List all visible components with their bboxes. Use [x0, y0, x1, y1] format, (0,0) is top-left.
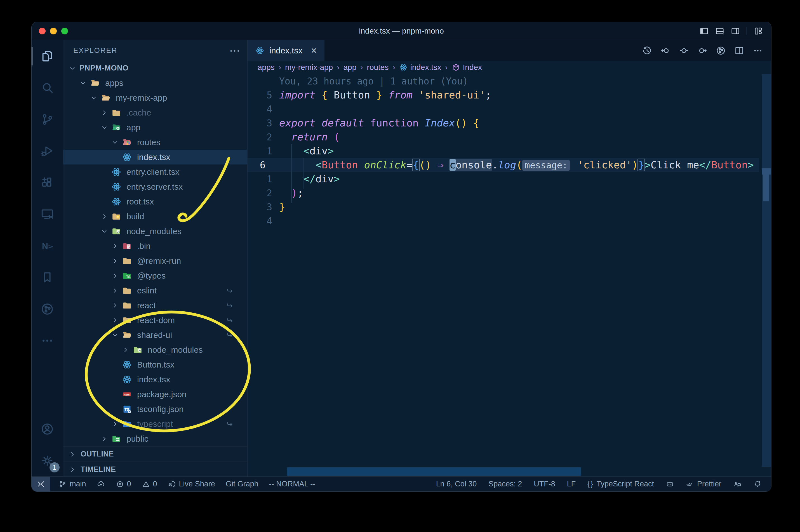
- scrollbar-slider[interactable]: [763, 174, 769, 202]
- chevron-down-icon[interactable]: [101, 228, 111, 235]
- status-item-lf[interactable]: LF: [567, 480, 576, 488]
- git-graph-icon[interactable]: [716, 45, 726, 56]
- activitybar-account[interactable]: [32, 413, 63, 445]
- chevron-down-icon[interactable]: [69, 64, 79, 72]
- status-item-feedback[interactable]: [733, 480, 742, 488]
- tree-item-entry.server.tsx[interactable]: entry.server.tsx: [63, 179, 247, 194]
- tree-item-entry.client.tsx[interactable]: entry.client.tsx: [63, 165, 247, 179]
- activitybar-more[interactable]: [32, 325, 63, 356]
- status-item-utf-8[interactable]: UTF-8: [534, 480, 555, 488]
- breadcrumb-app[interactable]: app: [343, 63, 357, 72]
- nav-forward-icon[interactable]: [697, 45, 707, 56]
- code-line-6[interactable]: 6 <Button onClick={() ⇒ console.log(mess…: [248, 158, 759, 172]
- status-item--normal-[interactable]: -- NORMAL --: [269, 480, 315, 488]
- timeline-section[interactable]: TIMELINE: [63, 461, 247, 476]
- code-line-3[interactable]: 3export default function Index() {: [248, 116, 759, 130]
- tree-item-routes[interactable]: routes: [63, 135, 247, 150]
- activitybar-settings[interactable]: 1: [32, 445, 63, 476]
- chevron-right-icon[interactable]: [111, 272, 122, 280]
- chevron-down-icon[interactable]: [79, 79, 90, 87]
- status-item-bell-dot[interactable]: [753, 480, 762, 488]
- status-item-copilot[interactable]: [666, 480, 674, 488]
- code-line-4[interactable]: 4: [248, 102, 759, 116]
- panel-bottom-icon[interactable]: [715, 26, 724, 36]
- breadcrumb-routes[interactable]: routes: [367, 63, 389, 72]
- breadcrumb-index.tsx[interactable]: index.tsx: [399, 63, 441, 72]
- tree-item-react-dom[interactable]: react-dom: [63, 313, 247, 327]
- chevron-right-icon[interactable]: [111, 257, 122, 265]
- chevron-right-icon[interactable]: [101, 435, 111, 442]
- tree-item-node_modules[interactable]: JSnode_modules: [63, 224, 247, 239]
- tab-index-tsx[interactable]: index.tsx ×: [248, 40, 324, 61]
- code-line-4[interactable]: 4: [248, 214, 759, 228]
- outline-section[interactable]: OUTLINE: [63, 446, 247, 461]
- status-item-0[interactable]: 0: [116, 480, 131, 488]
- code-line-5[interactable]: 5import { Button } from 'shared-ui';: [248, 88, 759, 102]
- close-icon[interactable]: ×: [311, 46, 317, 55]
- status-item-spaces-2[interactable]: Spaces: 2: [489, 480, 522, 488]
- tree-item-my-remix-app[interactable]: my-remix-app: [63, 90, 247, 105]
- tree-item-@remix-run[interactable]: @remix-run: [63, 253, 247, 268]
- chevron-right-icon[interactable]: [101, 213, 111, 220]
- activitybar-source-control[interactable]: [32, 103, 63, 135]
- status-item-cloud-upload[interactable]: [97, 480, 105, 488]
- code-line-3[interactable]: 3}: [248, 200, 759, 214]
- chevron-right-icon[interactable]: [101, 109, 111, 116]
- tree-item-eslint[interactable]: eslint: [63, 283, 247, 298]
- tree-item-node_modules[interactable]: JSnode_modules: [63, 342, 247, 357]
- status-item-main[interactable]: main: [58, 480, 86, 488]
- chevron-down-icon[interactable]: [111, 139, 122, 146]
- tree-item-shared-ui[interactable]: shared-ui: [63, 327, 247, 342]
- status-item-0[interactable]: 0: [142, 480, 157, 488]
- tree-item-app[interactable]: app: [63, 120, 247, 135]
- breadcrumb-Index[interactable]: Index: [452, 63, 482, 72]
- chevron-down-icon[interactable]: [90, 94, 101, 101]
- panel-right-icon[interactable]: [731, 26, 740, 36]
- panel-left-icon[interactable]: [700, 26, 708, 36]
- tree-item-index.tsx[interactable]: index.tsx: [63, 372, 247, 387]
- tree-root-pnpm-mono[interactable]: PNPM-MONO: [63, 61, 247, 76]
- history-icon[interactable]: [642, 45, 652, 56]
- tree-item-.bin[interactable]: 0110.bin: [63, 239, 247, 253]
- status-item-typescript-react[interactable]: {}TypeScript React: [587, 480, 654, 488]
- tree-item-package.json[interactable]: npmpackage.json: [63, 387, 247, 402]
- tree-item-public[interactable]: public: [63, 431, 247, 446]
- chevron-down-icon[interactable]: [111, 331, 122, 339]
- code-line-2[interactable]: 2 return (: [248, 130, 759, 144]
- tree-item-.cache[interactable]: .cache: [63, 105, 247, 120]
- activitybar-bookmarks[interactable]: [32, 262, 63, 293]
- tree-item-build[interactable]: build: [63, 209, 247, 224]
- breadcrumb-my-remix-app[interactable]: my-remix-app: [285, 63, 333, 72]
- activitybar-run-debug[interactable]: [32, 135, 63, 167]
- explorer-more-button[interactable]: ⋯: [229, 48, 240, 53]
- chevron-right-icon[interactable]: [122, 346, 133, 354]
- nav-back-icon[interactable]: [661, 45, 670, 56]
- status-item-git-graph[interactable]: Git Graph: [226, 480, 259, 488]
- status-item-ln-6-col-30[interactable]: Ln 6, Col 30: [436, 480, 477, 488]
- code-line-1[interactable]: 1 </div>: [248, 172, 759, 186]
- activitybar-git-graph[interactable]: [32, 293, 63, 325]
- code-line-1[interactable]: 1 <div>: [248, 144, 759, 158]
- more-icon[interactable]: [753, 45, 763, 56]
- chevron-down-icon[interactable]: [101, 124, 111, 131]
- breadcrumb-apps[interactable]: apps: [258, 63, 275, 72]
- tree-item-index.tsx[interactable]: index.tsx: [63, 150, 247, 165]
- nav-dot-icon[interactable]: [679, 45, 689, 56]
- tree-item-apps[interactable]: apps: [63, 76, 247, 90]
- activitybar-files[interactable]: [32, 40, 63, 72]
- split-editor-icon[interactable]: [734, 45, 744, 56]
- code-line-2[interactable]: 2 );: [248, 186, 759, 200]
- remote-indicator[interactable]: [32, 477, 50, 491]
- code-editor[interactable]: You, 23 hours ago | 1 author (You)5impor…: [248, 74, 771, 476]
- tree-item-tsconfig.json[interactable]: TStsconfig.json: [63, 402, 247, 417]
- tree-item-Button.tsx[interactable]: Button.tsx: [63, 357, 247, 372]
- chevron-right-icon[interactable]: [111, 243, 122, 250]
- activitybar-remote-explorer[interactable]: [32, 198, 63, 230]
- status-item-live-share[interactable]: Live Share: [168, 480, 215, 488]
- tree-item-@types[interactable]: TS@types: [63, 268, 247, 283]
- chevron-right-icon[interactable]: [111, 302, 122, 309]
- activitybar-nx-console[interactable]: N≥: [32, 230, 63, 262]
- tree-item-react[interactable]: react: [63, 298, 247, 313]
- activitybar-extensions[interactable]: [32, 167, 63, 198]
- activitybar-search[interactable]: [32, 72, 63, 103]
